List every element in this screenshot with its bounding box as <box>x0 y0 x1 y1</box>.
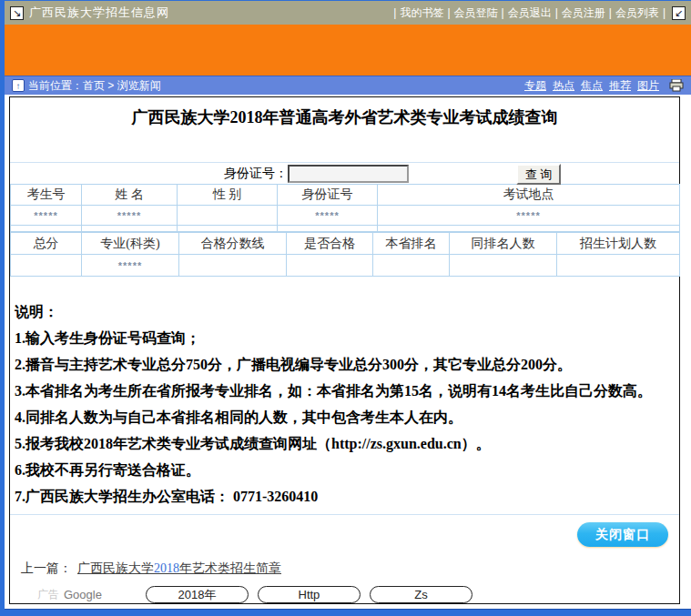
google-ads-row: 广告 Google 2018年 Http Zs <box>10 585 679 603</box>
prev-link-year: 2018 <box>154 561 179 575</box>
close-button-row: 关闭窗口 <box>10 515 679 547</box>
col-name: 姓 名 <box>82 185 178 206</box>
note-item-2: 2.播音与主持艺术专业总分750分，广播电视编导专业总分300分，其它专业总分2… <box>15 351 674 378</box>
notes-title: 说明： <box>15 298 674 325</box>
main-content-box: 广西民族大学2018年普通高考外省艺术类专业考试成绩查询 身份证号： 查 询 考… <box>9 96 680 604</box>
link-recommend[interactable]: 推荐 <box>609 78 631 94</box>
table-value-row: ***** ***** ***** ***** <box>11 206 680 226</box>
printer-icon[interactable] <box>669 79 684 92</box>
col-exam-location: 考试地点 <box>378 185 680 206</box>
cell-total-score <box>11 255 82 277</box>
member-links: | 我的书签 | 会员登陆 | 会员退出 | 会员注册 | 会员列表 | <box>392 5 666 21</box>
cell-province-rank <box>373 255 450 277</box>
ad-link-http[interactable]: Http <box>258 586 361 603</box>
note-item-3: 3.本省排名为考生所在省所报考专业排名，如：本省排名为第15名，说明有14名考生… <box>15 378 674 404</box>
id-number-input[interactable] <box>288 165 409 183</box>
content-area: 广西民族大学2018年普通高考外省艺术类专业考试成绩查询 身份证号： 查 询 考… <box>5 95 691 609</box>
link-member-list[interactable]: 会员列表 <box>613 5 662 21</box>
up-arrow-icon[interactable]: ↑ <box>12 79 25 92</box>
left-frame-strip <box>0 1 5 616</box>
col-total-score: 总分 <box>11 233 82 255</box>
category-links: 专题 热点 焦点 推荐 图片 <box>524 78 684 94</box>
prev-link-text: 年艺术类招生简章 <box>179 561 281 575</box>
bottom-frame-strip <box>0 609 691 616</box>
breadcrumb-bar: ↑ 当前位置： 首页 > 浏览新闻 专题 热点 焦点 推荐 图片 <box>5 76 691 95</box>
page: ↘ 广西民族大学招生信息网 | 我的书签 | 会员登陆 | 会员退出 | 会员注… <box>0 0 691 616</box>
close-window-button[interactable]: 关闭窗口 <box>577 522 668 547</box>
cell-pass-line <box>179 255 287 277</box>
cell-passed <box>287 255 373 277</box>
table-header-row: 考生号 姓 名 性 别 身份证号 考试地点 <box>11 185 680 206</box>
table-value-row: ***** <box>11 255 680 277</box>
cell-exam-location: ***** <box>378 206 680 226</box>
note-item-7: 7.广西民族大学招生办公室电话： 0771-3260410 <box>15 483 674 510</box>
breadcrumb-path[interactable]: 首页 > 浏览新闻 <box>83 78 161 94</box>
link-hot[interactable]: 热点 <box>553 78 574 94</box>
col-same-rank-count: 同排名人数 <box>450 233 557 255</box>
prev-link-text: 广西民族大学 <box>77 561 154 575</box>
link-pictures[interactable]: 图片 <box>637 78 659 94</box>
site-titlebar: ↘ 广西民族大学招生信息网 | 我的书签 | 会员登陆 | 会员退出 | 会员注… <box>5 1 691 25</box>
result-table-identity: 考生号 姓 名 性 别 身份证号 考试地点 ***** ***** ***** … <box>10 184 680 232</box>
cell-same-rank-count <box>450 255 557 277</box>
banner <box>5 25 691 76</box>
table-header-row: 总分 专业(科类) 合格分数线 是否合格 本省排名 同排名人数 招生计划人数 <box>11 233 680 255</box>
page-title: 广西民族大学2018年普通高考外省艺术类专业考试成绩查询 <box>10 106 679 128</box>
table-spacer-row <box>11 226 680 232</box>
query-button[interactable]: 查 询 <box>516 164 561 185</box>
link-member-logout[interactable]: 会员退出 <box>505 5 554 21</box>
col-province-rank: 本省排名 <box>373 233 450 255</box>
diagonal-arrow-down-left-icon: ↙ <box>672 6 686 20</box>
note-item-5: 5.报考我校2018年艺术类专业考试成绩查询网址（http://zs.gxun.… <box>15 430 674 457</box>
cell-gender <box>178 206 278 226</box>
previous-article-row: 上一篇： 广西民族大学2018年艺术类招生简章 <box>10 560 679 577</box>
col-exam-number: 考生号 <box>11 185 82 206</box>
previous-article-link[interactable]: 广西民族大学2018年艺术类招生简章 <box>77 560 281 577</box>
cell-id-number: ***** <box>278 206 378 226</box>
id-number-label: 身份证号： <box>224 166 288 182</box>
divider <box>10 162 679 163</box>
col-id-number: 身份证号 <box>278 185 378 206</box>
query-form: 身份证号： 查 询 <box>10 164 679 184</box>
site-title: 广西民族大学招生信息网 <box>29 5 169 21</box>
note-item-4: 4.同排名人数为与自己本省排名相同的人数，其中包含考生本人在内。 <box>15 404 674 430</box>
col-major: 专业(科类) <box>82 233 179 255</box>
ad-link-zs[interactable]: Zs <box>370 586 473 603</box>
breadcrumb-location-label: 当前位置： <box>28 78 83 94</box>
col-passed: 是否合格 <box>287 233 373 255</box>
diagonal-arrow-down-right-icon: ↘ <box>10 6 24 20</box>
ad-link-2018[interactable]: 2018年 <box>146 586 249 603</box>
link-member-login[interactable]: 会员登陆 <box>452 5 501 21</box>
cell-exam-number: ***** <box>11 206 82 226</box>
col-pass-line: 合格分数线 <box>179 233 287 255</box>
link-member-register[interactable]: 会员注册 <box>559 5 608 21</box>
note-item-6: 6.我校不再另行寄送合格证。 <box>15 457 674 483</box>
col-gender: 性 别 <box>178 185 278 206</box>
link-special-topics[interactable]: 专题 <box>524 78 546 94</box>
google-brand-label: Google <box>64 588 102 601</box>
cell-name: ***** <box>82 206 178 226</box>
result-table-scores: 总分 专业(科类) 合格分数线 是否合格 本省排名 同排名人数 招生计划人数 *… <box>10 232 680 277</box>
ad-label: 广告 <box>37 587 59 602</box>
note-item-1: 1.输入考生身份证号码查询； <box>15 325 674 351</box>
col-planned-enrollment: 招生计划人数 <box>557 233 680 255</box>
cell-planned-enrollment <box>557 255 680 277</box>
previous-article-label: 上一篇： <box>21 560 72 577</box>
cell-major: ***** <box>82 255 179 277</box>
link-focus[interactable]: 焦点 <box>581 78 603 94</box>
notes-section: 说明： 1.输入考生身份证号码查询； 2.播音与主持艺术专业总分750分，广播电… <box>10 298 679 510</box>
link-my-bookmarks[interactable]: 我的书签 <box>397 5 446 21</box>
separator: | <box>662 6 666 19</box>
